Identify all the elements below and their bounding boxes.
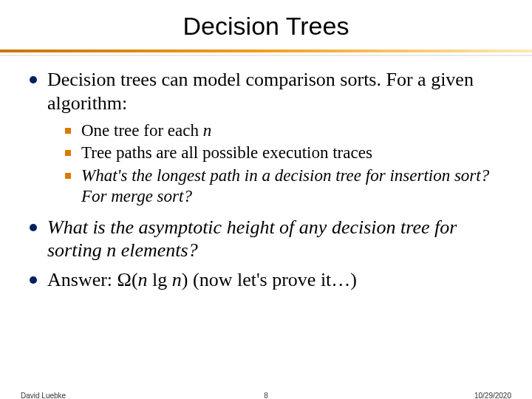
square-bullet-icon — [65, 173, 71, 179]
bullet-text: What is the asymptotic height of any dec… — [47, 216, 502, 262]
slide-body: Decision trees can model comparison sort… — [0, 56, 532, 292]
slide-title: Decision Trees — [0, 0, 532, 50]
bullet-text: Decision trees can model comparison sort… — [47, 68, 502, 115]
bullet-level2: Tree paths are all possible execution tr… — [65, 143, 502, 163]
bullet-level2: One tree for each n — [65, 120, 502, 141]
footer-date: 10/29/2020 — [474, 392, 511, 399]
bullet-text: Answer: Ω(n lg n) (now let's prove it…) — [47, 268, 357, 292]
divider-rule — [0, 50, 532, 52]
bullet-text: Tree paths are all possible execution tr… — [81, 143, 372, 163]
bullet-level1: Answer: Ω(n lg n) (now let's prove it…) — [30, 268, 502, 292]
bullet-level1: What is the asymptotic height of any dec… — [30, 216, 502, 262]
sub-bullet-group: One tree for each n Tree paths are all p… — [65, 120, 502, 206]
bullet-level2: What's the longest path in a decision tr… — [65, 166, 502, 207]
bullet-text: One tree for each n — [81, 120, 211, 141]
square-bullet-icon — [65, 150, 71, 156]
disc-bullet-icon — [30, 276, 37, 284]
bullet-level1: Decision trees can model comparison sort… — [30, 68, 502, 115]
disc-bullet-icon — [30, 76, 37, 83]
square-bullet-icon — [65, 128, 71, 134]
bullet-text: What's the longest path in a decision tr… — [81, 166, 502, 207]
disc-bullet-icon — [30, 224, 37, 231]
footer-page: 8 — [0, 392, 532, 399]
slide: Decision Trees Decision trees can model … — [0, 0, 532, 399]
